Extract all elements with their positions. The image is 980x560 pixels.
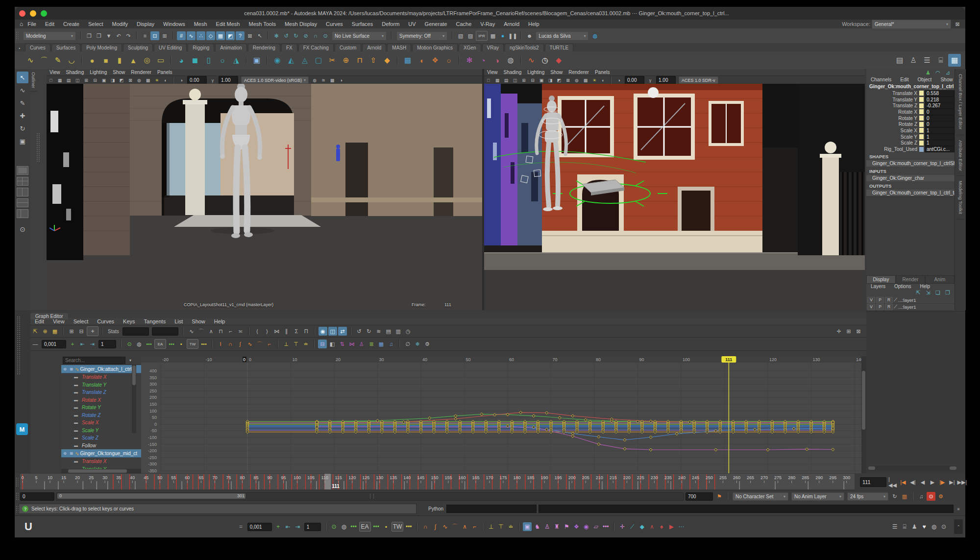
step-tangent-icon[interactable]: ⌐: [226, 327, 235, 336]
add-key-icon[interactable]: +: [68, 340, 77, 348]
menu-deform[interactable]: Deform: [377, 21, 404, 27]
safe-title-icon[interactable]: ◨: [108, 77, 117, 83]
ab-more-icon[interactable]: ⋯: [677, 522, 686, 531]
ab-step-field[interactable]: 0,001: [247, 523, 272, 531]
playback-loop-icon[interactable]: ↻: [890, 492, 899, 501]
ab-align-bottom-icon[interactable]: ⊥: [487, 522, 495, 531]
separate-icon[interactable]: ◬: [298, 54, 311, 67]
vpl-menu-renderer[interactable]: Renderer: [128, 70, 154, 75]
shelf-tab-motion-graphics[interactable]: Motion Graphics: [412, 44, 458, 51]
ab-ea-icon[interactable]: EA: [359, 522, 371, 532]
collapse-icon[interactable]: ⊖: [62, 451, 68, 456]
colorspace-dropdown[interactable]: ACES 1.0 SDR-v: [679, 76, 718, 84]
nurbs-sphere-icon[interactable]: ●: [86, 54, 98, 67]
xray-toggle-icon[interactable]: ⊠: [126, 77, 135, 83]
grid-toggle-icon[interactable]: ▦: [55, 77, 64, 83]
side-tab-attribute-editor[interactable]: Attribute Editor: [957, 135, 964, 176]
insert-key-icon[interactable]: ⊕: [41, 327, 49, 336]
graph-menu-curves[interactable]: Curves: [93, 318, 119, 324]
range-center-grip[interactable]: [370, 494, 374, 498]
ab-tangent-step-icon[interactable]: ⌐: [470, 522, 479, 531]
channel-row-scale-y[interactable]: Scale Y 1: [866, 134, 955, 140]
new-empty-layer-icon[interactable]: ❏: [933, 289, 942, 297]
free-tangent-weight-icon[interactable]: Σ: [292, 327, 301, 336]
ab-prev-key-icon[interactable]: ⇤: [284, 522, 293, 531]
channel-menu-edit[interactable]: Edit: [896, 77, 913, 82]
shelf-tab-uv-editing[interactable]: UV Editing: [154, 44, 187, 51]
menu-mesh-display[interactable]: Mesh Display: [280, 21, 321, 27]
channel-menu-show[interactable]: Show: [936, 77, 957, 82]
clamped-tangent-icon[interactable]: ⌒: [197, 327, 206, 336]
shelf-tab-rigging[interactable]: Rigging: [188, 44, 214, 51]
ab-power-icon[interactable]: ⊙: [330, 522, 339, 531]
shadows-toggle-icon[interactable]: ◐: [599, 77, 608, 83]
ab-select-tool-icon[interactable]: ▣: [523, 522, 532, 531]
bevel-icon[interactable]: ◆: [381, 54, 393, 67]
filter-dropdown-icon[interactable]: ▾: [126, 356, 135, 365]
select-tool-icon[interactable]: ↖: [17, 72, 28, 83]
new-layer-selected-icon[interactable]: ❐: [943, 289, 952, 297]
audio-toggle-icon[interactable]: ♫: [917, 492, 926, 501]
auto-keyframe-icon[interactable]: ⊙: [927, 492, 935, 501]
go-to-end-icon[interactable]: ▶▶|: [957, 478, 967, 487]
lattice-deform-keys-icon[interactable]: ▦: [50, 327, 59, 336]
move-layer-down-icon[interactable]: ⇲: [924, 289, 932, 297]
ab-align-mid-icon[interactable]: ≐: [506, 522, 515, 531]
ncloth-icon[interactable]: ◍: [504, 54, 517, 67]
vpr-menu-view[interactable]: View: [484, 70, 501, 75]
channel-row-rig-tool-used[interactable]: Rig_Tool_Used antCGi.c...: [866, 146, 955, 152]
graph-menu-select[interactable]: Select: [69, 318, 93, 324]
layer-visible-toggle[interactable]: V: [867, 304, 875, 310]
menu-surfaces[interactable]: Surfaces: [347, 21, 377, 27]
textured-toggle-icon[interactable]: ▩: [144, 77, 152, 83]
wireframe-shaded-icon[interactable]: ◍: [135, 77, 144, 83]
channel-value-field[interactable]: antCGi.c...: [925, 146, 955, 152]
ab-dots-c-icon[interactable]: •••: [404, 522, 413, 531]
workspace-panel-toggle-icon[interactable]: ▦: [948, 54, 961, 67]
linear-tangent-icon[interactable]: ∧: [207, 327, 216, 336]
ab-diamond-icon[interactable]: ◆: [637, 522, 646, 531]
color-sets-icon[interactable]: ◔: [477, 54, 490, 67]
layer-tab-render[interactable]: Render: [896, 275, 925, 284]
render-view-icon[interactable]: ▧: [456, 31, 465, 40]
field-chart-icon[interactable]: ⊟: [91, 77, 99, 83]
ab-frame-field[interactable]: 1: [304, 523, 321, 531]
textured-toggle-icon[interactable]: ▩: [581, 77, 590, 83]
workspace-lock-icon[interactable]: ⊠: [953, 20, 962, 28]
isolate-select-icon[interactable]: ◩: [117, 77, 126, 83]
ab-tangent-lin-icon[interactable]: ∧: [460, 522, 469, 531]
move-layer-up-icon[interactable]: ⇱: [914, 289, 923, 297]
ab-absolute-icon[interactable]: =: [237, 522, 245, 531]
tangent-step-icon[interactable]: ⌐: [265, 340, 274, 348]
graph-menu-show[interactable]: Show: [187, 318, 210, 324]
motion-blur-toggle-icon[interactable]: ≋: [319, 77, 328, 83]
play-forwards-icon[interactable]: ▶: [928, 478, 937, 487]
ab-align-top-icon[interactable]: ⊤: [496, 522, 505, 531]
layer-menu-options[interactable]: Options: [890, 284, 915, 289]
channel-row-scale-x[interactable]: Scale X 1: [866, 127, 955, 134]
lights-toggle-icon[interactable]: ☀: [152, 77, 161, 83]
swap-buffer-icon[interactable]: ⇄: [338, 327, 347, 336]
graph-search-input[interactable]: [63, 357, 125, 364]
outliner-tab[interactable]: Outliner: [30, 69, 37, 92]
curve-smoothness-icon[interactable]: ≋: [374, 327, 383, 336]
bake-curve-icon[interactable]: ▦: [377, 340, 386, 348]
flat-tangent-icon[interactable]: ⊓: [217, 327, 225, 336]
ab-m-solver-icon[interactable]: ⚑: [562, 522, 571, 531]
minimize-window-button[interactable]: [30, 10, 36, 17]
graph-channel-attr[interactable]: ▬ Translate Z: [61, 389, 141, 396]
align-top-icon[interactable]: ⊤: [292, 340, 300, 348]
next-key-icon[interactable]: ⇥: [88, 340, 97, 348]
graph-channel-attr[interactable]: ▬ Translate Y: [61, 381, 141, 389]
auto-tangent-icon[interactable]: ◉: [318, 327, 327, 336]
extrude-icon[interactable]: ⇧: [367, 54, 380, 67]
rotate-tool-icon[interactable]: ↻: [17, 122, 28, 134]
workspace-character-toggle-icon[interactable]: ♙: [907, 54, 920, 67]
dots-b-icon[interactable]: •••: [167, 340, 176, 348]
pencil-curve-tool-icon[interactable]: ✎: [51, 54, 64, 67]
go-to-start-icon[interactable]: |◀◀: [888, 478, 898, 487]
lights-toggle-icon[interactable]: ☀: [590, 77, 599, 83]
channel-object-name[interactable]: Ginger_Ok:mouth_corner_top_l_ctrl . . .: [866, 83, 955, 90]
ab-mirror-icon[interactable]: ▱: [591, 522, 600, 531]
cv-curve-tool-icon[interactable]: ∿: [24, 54, 37, 67]
